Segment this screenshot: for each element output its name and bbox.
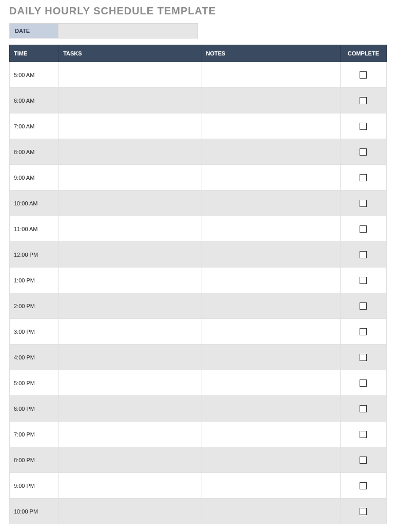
complete-checkbox[interactable] (360, 431, 367, 438)
complete-checkbox[interactable] (360, 123, 367, 130)
tasks-cell[interactable] (59, 216, 202, 242)
complete-checkbox[interactable] (360, 71, 367, 79)
tasks-cell[interactable] (59, 396, 202, 422)
notes-cell[interactable] (202, 242, 340, 268)
complete-checkbox[interactable] (360, 200, 367, 207)
tasks-cell[interactable] (59, 345, 202, 370)
complete-cell (340, 62, 386, 88)
notes-cell[interactable] (202, 293, 340, 319)
complete-checkbox[interactable] (360, 379, 367, 387)
complete-checkbox[interactable] (360, 148, 367, 156)
complete-cell (340, 268, 386, 293)
page-title: DAILY HOURLY SCHEDULE TEMPLATE (9, 5, 387, 17)
notes-cell[interactable] (202, 345, 340, 370)
time-cell: 2:00 PM (10, 293, 59, 319)
complete-checkbox[interactable] (360, 482, 367, 489)
tasks-cell[interactable] (59, 319, 202, 345)
complete-checkbox[interactable] (360, 251, 367, 258)
date-row: DATE (9, 23, 387, 39)
notes-cell[interactable] (202, 473, 340, 499)
complete-cell (340, 447, 386, 473)
notes-cell[interactable] (202, 370, 340, 396)
complete-cell (340, 422, 386, 447)
notes-cell[interactable] (202, 62, 340, 88)
tasks-cell[interactable] (59, 293, 202, 319)
complete-cell (340, 216, 386, 242)
time-cell: 8:00 PM (10, 447, 59, 473)
tasks-cell[interactable] (59, 499, 202, 524)
tasks-cell[interactable] (59, 447, 202, 473)
time-cell: 8:00 AM (10, 139, 59, 165)
complete-cell (340, 473, 386, 499)
complete-cell (340, 113, 386, 139)
complete-cell (340, 191, 386, 216)
table-row: 1:00 PM (10, 268, 387, 293)
notes-cell[interactable] (202, 499, 340, 524)
time-cell: 4:00 PM (10, 345, 59, 370)
complete-cell (340, 139, 386, 165)
time-cell: 10:00 AM (10, 191, 59, 216)
complete-checkbox[interactable] (360, 508, 367, 515)
tasks-cell[interactable] (59, 191, 202, 216)
time-cell: 7:00 PM (10, 422, 59, 447)
tasks-cell[interactable] (59, 268, 202, 293)
complete-checkbox[interactable] (360, 405, 367, 412)
complete-cell (340, 370, 386, 396)
tasks-cell[interactable] (59, 370, 202, 396)
schedule-table: TIME TASKS NOTES COMPLETE 5:00 AM6:00 AM… (9, 45, 387, 524)
complete-checkbox[interactable] (360, 302, 367, 310)
notes-cell[interactable] (202, 88, 340, 113)
tasks-cell[interactable] (59, 165, 202, 191)
time-cell: 5:00 PM (10, 370, 59, 396)
notes-cell[interactable] (202, 191, 340, 216)
tasks-cell[interactable] (59, 242, 202, 268)
notes-cell[interactable] (202, 216, 340, 242)
tasks-cell[interactable] (59, 88, 202, 113)
time-cell: 10:00 PM (10, 499, 59, 524)
notes-cell[interactable] (202, 422, 340, 447)
table-row: 6:00 PM (10, 396, 387, 422)
time-cell: 1:00 PM (10, 268, 59, 293)
time-cell: 7:00 AM (10, 113, 59, 139)
tasks-cell[interactable] (59, 113, 202, 139)
header-row: TIME TASKS NOTES COMPLETE (10, 45, 387, 62)
complete-checkbox[interactable] (360, 457, 367, 464)
notes-cell[interactable] (202, 139, 340, 165)
complete-cell (340, 165, 386, 191)
complete-cell (340, 242, 386, 268)
complete-cell (340, 88, 386, 113)
notes-cell[interactable] (202, 447, 340, 473)
complete-cell (340, 319, 386, 345)
complete-checkbox[interactable] (360, 277, 367, 284)
complete-cell (340, 293, 386, 319)
table-row: 7:00 PM (10, 422, 387, 447)
tasks-cell[interactable] (59, 422, 202, 447)
table-row: 8:00 AM (10, 139, 387, 165)
time-cell: 9:00 AM (10, 165, 59, 191)
tasks-cell[interactable] (59, 473, 202, 499)
complete-checkbox[interactable] (360, 354, 367, 361)
table-row: 3:00 PM (10, 319, 387, 345)
header-complete: COMPLETE (340, 45, 386, 62)
tasks-cell[interactable] (59, 62, 202, 88)
complete-checkbox[interactable] (360, 97, 367, 104)
notes-cell[interactable] (202, 113, 340, 139)
complete-checkbox[interactable] (360, 174, 367, 181)
table-row: 8:00 PM (10, 447, 387, 473)
table-row: 2:00 PM (10, 293, 387, 319)
header-notes: NOTES (202, 45, 340, 62)
notes-cell[interactable] (202, 319, 340, 345)
complete-checkbox[interactable] (360, 328, 367, 335)
time-cell: 6:00 PM (10, 396, 59, 422)
date-input[interactable] (58, 23, 198, 39)
time-cell: 6:00 AM (10, 88, 59, 113)
tasks-cell[interactable] (59, 139, 202, 165)
complete-cell (340, 499, 386, 524)
notes-cell[interactable] (202, 165, 340, 191)
time-cell: 11:00 AM (10, 216, 59, 242)
table-row: 7:00 AM (10, 113, 387, 139)
notes-cell[interactable] (202, 268, 340, 293)
complete-checkbox[interactable] (360, 225, 367, 233)
time-cell: 5:00 AM (10, 62, 59, 88)
notes-cell[interactable] (202, 396, 340, 422)
